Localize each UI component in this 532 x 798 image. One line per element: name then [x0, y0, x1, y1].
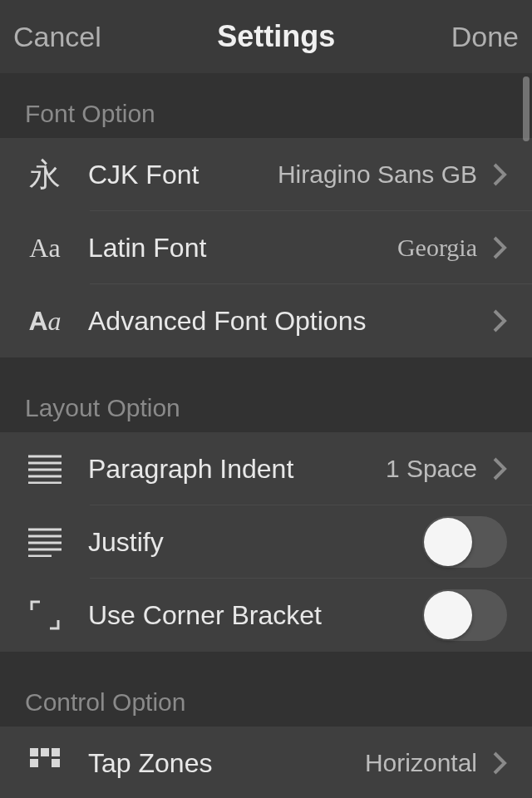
svg-rect-10 — [30, 748, 38, 756]
row-justify: Justify — [0, 505, 532, 579]
justify-toggle[interactable] — [422, 516, 507, 568]
justify-icon — [25, 522, 65, 562]
row-label: Justify — [88, 527, 422, 558]
done-button[interactable]: Done — [451, 21, 519, 53]
corner-bracket-icon — [25, 595, 65, 635]
chevron-right-icon — [492, 162, 507, 187]
row-label: Latin Font — [88, 233, 397, 264]
chevron-right-icon — [492, 456, 507, 481]
row-cjk-font[interactable]: 永 CJK Font Hiragino Sans GB — [0, 138, 532, 211]
row-advanced-font[interactable]: Aa Advanced Font Options — [0, 284, 532, 357]
section-header-font: Font Option — [0, 73, 532, 138]
section-header-layout: Layout Option — [0, 357, 532, 432]
chevron-right-icon — [492, 751, 507, 776]
row-label: Use Corner Bracket — [88, 600, 422, 631]
row-corner-bracket: Use Corner Bracket — [0, 579, 532, 652]
header-bar: Cancel Settings Done — [0, 0, 532, 73]
section-header-control: Control Option — [0, 652, 532, 727]
indent-icon — [25, 449, 65, 489]
content-scroll[interactable]: Font Option 永 CJK Font Hiragino Sans GB … — [0, 73, 532, 798]
page-title: Settings — [217, 19, 335, 54]
row-value: 1 Space — [386, 455, 477, 483]
row-label: Advanced Font Options — [88, 306, 492, 337]
tap-zones-icon — [25, 743, 65, 783]
corner-bracket-toggle[interactable] — [422, 589, 507, 641]
cjk-glyph-icon: 永 — [25, 155, 65, 195]
svg-rect-11 — [41, 748, 49, 756]
chevron-right-icon — [492, 235, 507, 260]
row-latin-font[interactable]: Aa Latin Font Georgia — [0, 211, 532, 284]
row-label: Paragraph Indent — [88, 454, 386, 485]
row-value: Georgia — [397, 234, 477, 262]
cancel-button[interactable]: Cancel — [13, 21, 101, 53]
svg-rect-12 — [52, 748, 60, 756]
row-value: Hiragino Sans GB — [278, 160, 477, 189]
svg-rect-13 — [30, 759, 38, 767]
aa-bold-icon: Aa — [25, 301, 65, 341]
aa-glyph-icon: Aa — [25, 228, 65, 268]
toggle-knob — [424, 518, 472, 566]
row-paragraph-indent[interactable]: Paragraph Indent 1 Space — [0, 432, 532, 505]
row-label: Tap Zones — [88, 748, 365, 779]
row-value: Horizontal — [365, 749, 477, 777]
svg-rect-14 — [52, 759, 60, 767]
scrollbar-thumb[interactable] — [523, 76, 530, 141]
toggle-knob — [424, 591, 472, 639]
row-tap-zones[interactable]: Tap Zones Horizontal — [0, 727, 532, 798]
row-label: CJK Font — [88, 160, 278, 190]
chevron-right-icon — [492, 308, 507, 333]
